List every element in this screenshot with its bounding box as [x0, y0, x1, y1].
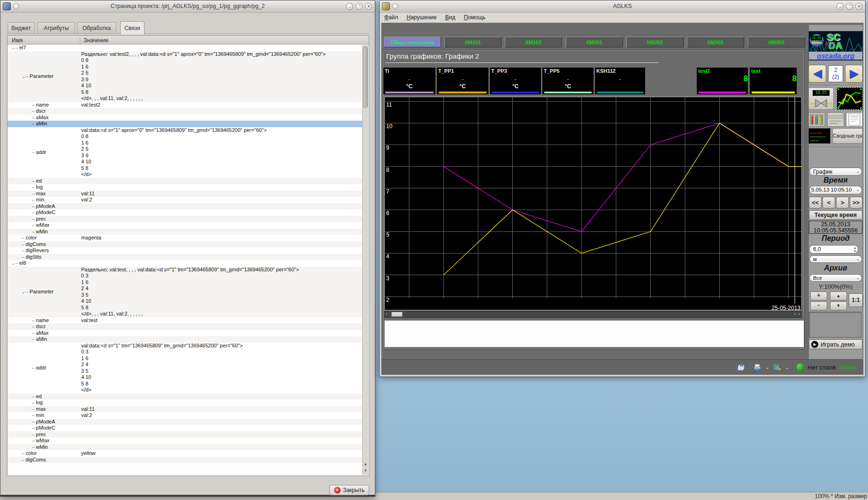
tree-row-wMax[interactable]: –wMax [8, 222, 362, 229]
tree-row-el8[interactable]: ⌄–el8 [8, 260, 362, 267]
shift-down-button[interactable]: ▼ [830, 301, 847, 310]
param-box-test2[interactable]: test28 [697, 68, 748, 94]
tree-row-log[interactable]: –log [8, 400, 362, 406]
tree-expanded-icon[interactable]: ⌄– [11, 45, 18, 51]
column-separator[interactable] [80, 37, 80, 44]
chart-scroll-right-icon[interactable]: › [799, 311, 800, 316]
current-time-button[interactable]: Текущее время [809, 210, 862, 220]
tab-Связи[interactable]: Связи [120, 21, 145, 34]
tree-row-digStts[interactable]: –digStts [8, 254, 362, 261]
tree-expanded-icon[interactable]: ⌄– [11, 260, 18, 267]
tree-row-Parameter[interactable]: ⌄–ParameterРаздельно: val:test, , , , va… [8, 267, 362, 317]
tree-row-min[interactable]: –minval:2 [8, 197, 362, 203]
export-image-icon[interactable] [773, 363, 782, 371]
tree-expanded-icon[interactable]: ⌄– [22, 73, 28, 80]
right-titlebar[interactable]: AGLKS ⌄⌃✕ [380, 0, 865, 13]
tree-row-prec[interactable]: –prec [8, 431, 362, 438]
time-nav-fast-forward[interactable]: >> [850, 197, 862, 208]
tree-row-min[interactable]: –minval:2 [8, 412, 362, 419]
tree-row-pModeC[interactable]: –pModeC [8, 425, 362, 431]
station-tab-КМ101[interactable]: КМ101 [444, 37, 502, 47]
one-to-one-button[interactable]: 1:1 [849, 293, 863, 307]
window-shade-button[interactable]: ⌄ [346, 3, 353, 10]
printer-icon[interactable] [753, 363, 762, 371]
spinner-arrows-icon[interactable]: ▴▾ [854, 246, 856, 253]
param-box-T_PP5[interactable]: T_PP5-°C [542, 68, 594, 94]
oscada-logo[interactable]: SC & DA 10.95 oscada.org [808, 31, 863, 61]
window-close-button[interactable]: ✕ [855, 3, 862, 10]
tree-scrollbar[interactable]: ▲ ▼ [362, 45, 368, 475]
tree-row-aMin[interactable]: –aMin [8, 336, 362, 343]
param-box-T_PP3[interactable]: T_PP3-°C [490, 68, 541, 94]
shift-up-button[interactable]: ▲ [830, 292, 847, 300]
zoom-out-button[interactable]: - [810, 301, 827, 310]
summary-graph-button[interactable]: Сводные граф [832, 128, 863, 144]
station-tab-КМ201[interactable]: КМ201 [566, 37, 623, 47]
tree-row-Parameter[interactable]: ⌄–ParameterРаздельно: val:test2, , , , v… [8, 51, 362, 102]
tab-Виджет[interactable]: Виджет [8, 22, 35, 34]
time-nav-fast-back[interactable]: << [809, 197, 822, 208]
menu-Вид[interactable]: Вид [441, 13, 460, 21]
station-tab-КМ301[interactable]: КМ301 [687, 37, 744, 47]
tree-row-digComs[interactable]: –digComs [8, 241, 362, 248]
menu-Нарушение[interactable]: Нарушение [403, 13, 441, 21]
user-label[interactable]: roman [839, 364, 856, 371]
tree-row-pModeA[interactable]: –pModeA [8, 419, 362, 425]
tree-row-pModeA[interactable]: –pModeA [8, 203, 362, 210]
window-close-button[interactable]: ✕ [365, 3, 372, 10]
tree-row-addr[interactable]: –addrval:data:<d s="1" tm="1369465809" t… [8, 343, 362, 393]
tree-row-addr[interactable]: –addrval:data:<d s="1" aprox="0" tm="136… [8, 127, 362, 178]
chevron-down-icon[interactable]: ⌄ [785, 365, 789, 370]
message-box[interactable] [384, 320, 804, 347]
window-shade-button[interactable]: ⌄ [837, 3, 844, 10]
period-spinbox[interactable]: 6,0 ▴▾ [809, 245, 858, 254]
tree-scrollbar-thumb[interactable] [363, 46, 368, 108]
close-button[interactable]: ✕ Закрыть [329, 485, 369, 495]
tree-row-digRevers[interactable]: –digRevers [8, 247, 362, 254]
archive-combo[interactable]: Все ⌄ [809, 274, 862, 282]
tree-row-wMin[interactable]: –wMin [8, 444, 362, 451]
mnemo-view-button[interactable] [808, 112, 825, 127]
tree-row-dscr[interactable]: –dscr [8, 108, 362, 115]
tree-header[interactable]: Имя Значение [8, 36, 369, 45]
alarm-hand-icon[interactable] [736, 363, 746, 371]
tree-row-wMin[interactable]: –wMin [8, 229, 362, 235]
tree-row-aMin[interactable]: –aMin [8, 121, 362, 127]
trend-chart[interactable]: 1110987654329:59:3010:0030c10:0130c10:02… [384, 97, 802, 310]
tree-row-dscr[interactable]: –dscr [8, 323, 362, 330]
window-maximize-button[interactable]: ⌃ [356, 3, 363, 10]
time-nav-back[interactable]: < [822, 197, 835, 208]
station-tab-Общестанционка[interactable]: Общестанционка [384, 37, 441, 47]
logo-site-link[interactable]: oscada.org [809, 52, 862, 60]
trend-view-button[interactable] [837, 87, 863, 110]
tree-row-digComs[interactable]: –digComs [8, 457, 362, 463]
menu-Помощь[interactable]: Помощь [459, 13, 489, 21]
param-box-test[interactable]: test8 [750, 68, 797, 94]
next-page-button[interactable]: ▶ [845, 65, 863, 83]
chart-canvas[interactable]: 1110987654329:59:3010:0030c10:0130c10:02… [385, 97, 801, 310]
scroll-down-icon[interactable]: ▼ [363, 468, 368, 474]
chevron-down-icon[interactable]: ⌄ [765, 365, 769, 370]
tree-row-pModeC[interactable]: –pModeC [8, 209, 362, 216]
tree-row-color[interactable]: –colormagenta [8, 235, 362, 241]
station-tab-КМ302[interactable]: КМ302 [748, 37, 805, 47]
station-tab-КМ202[interactable]: КМ202 [626, 37, 684, 47]
zoom-in-button[interactable]: + [810, 292, 827, 300]
summary-graph-thumb[interactable] [808, 128, 830, 144]
tree-row-wMax[interactable]: –wMax [8, 438, 362, 444]
chart-scrollbar-thumb[interactable] [391, 312, 403, 317]
panel-view-button[interactable] [827, 112, 844, 127]
tree-row-ed[interactable]: –ed [8, 178, 362, 185]
menu-Файл[interactable]: Файл [380, 13, 403, 21]
chart-scroll-left-icon[interactable]: ‹ [386, 311, 387, 316]
tree-row-ed[interactable]: –ed [8, 393, 362, 400]
param-box-Ti[interactable]: Ti-°C [383, 68, 435, 94]
play-demo-button[interactable]: ▶ Играть демо [809, 339, 862, 349]
tree-row-aMax[interactable]: –aMax [8, 330, 362, 337]
chart-scroll-left2-icon[interactable]: ‹ [794, 311, 796, 316]
period-unit-combo[interactable]: м ⌄ [809, 255, 862, 263]
tree-row-name[interactable]: –nameval:test [8, 317, 362, 324]
scroll-up-icon[interactable]: ▲ [363, 461, 368, 468]
document-view-button[interactable] [846, 112, 863, 127]
tree-row-el7[interactable]: ⌄–el7 [8, 45, 362, 51]
